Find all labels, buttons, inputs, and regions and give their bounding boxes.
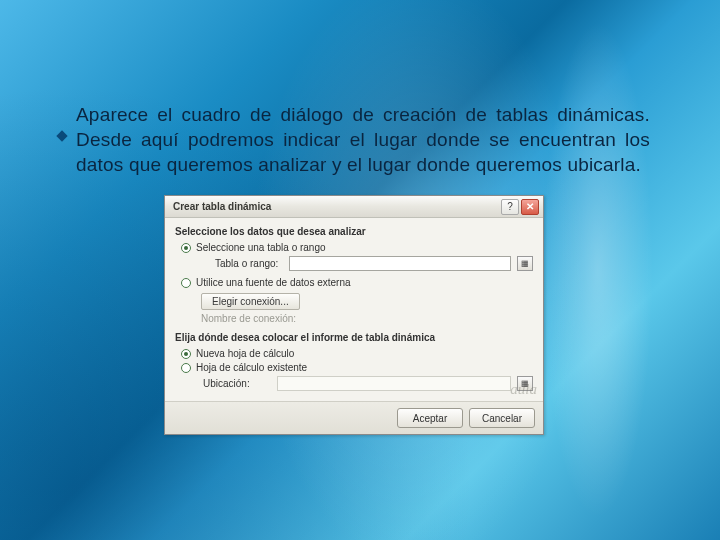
- radio-select-table[interactable]: Seleccione una tabla o rango: [181, 242, 533, 253]
- choose-connection-button[interactable]: Elegir conexión...: [201, 293, 300, 310]
- table-range-label: Tabla o rango:: [215, 258, 283, 269]
- help-button[interactable]: ?: [501, 199, 519, 215]
- slide-paragraph: Aparece el cuadro de diálogo de creación…: [76, 102, 650, 177]
- radio-new-sheet[interactable]: Nueva hoja de cálculo: [181, 348, 533, 359]
- dialog-titlebar: Crear tabla dinámica ? ✕: [165, 196, 543, 218]
- radio-icon: [181, 349, 191, 359]
- watermark: aula: [510, 381, 537, 398]
- section-place-label: Elija dónde desea colocar el informe de …: [175, 332, 533, 343]
- ok-button[interactable]: Aceptar: [397, 408, 463, 428]
- create-pivottable-dialog: Crear tabla dinámica ? ✕ Seleccione los …: [164, 195, 544, 435]
- dialog-title: Crear tabla dinámica: [173, 201, 271, 212]
- table-range-input[interactable]: [289, 256, 511, 271]
- radio-existing-sheet[interactable]: Hoja de cálculo existente: [181, 362, 533, 373]
- radio-external-label: Utilice una fuente de datos externa: [196, 277, 351, 288]
- cancel-button[interactable]: Cancelar: [469, 408, 535, 428]
- radio-existing-label: Hoja de cálculo existente: [196, 362, 307, 373]
- close-button[interactable]: ✕: [521, 199, 539, 215]
- radio-icon: [181, 243, 191, 253]
- radio-select-label: Seleccione una tabla o rango: [196, 242, 326, 253]
- radio-icon: [181, 278, 191, 288]
- section-analyze-label: Seleccione los datos que desea analizar: [175, 226, 533, 237]
- location-label: Ubicación:: [203, 378, 271, 389]
- range-picker-button[interactable]: ▦: [517, 256, 533, 271]
- location-input[interactable]: [277, 376, 511, 391]
- bullet-icon: [56, 130, 67, 141]
- connection-name-label: Nombre de conexión:: [201, 313, 533, 324]
- radio-external-source[interactable]: Utilice una fuente de datos externa: [181, 277, 533, 288]
- radio-icon: [181, 363, 191, 373]
- radio-newsheet-label: Nueva hoja de cálculo: [196, 348, 294, 359]
